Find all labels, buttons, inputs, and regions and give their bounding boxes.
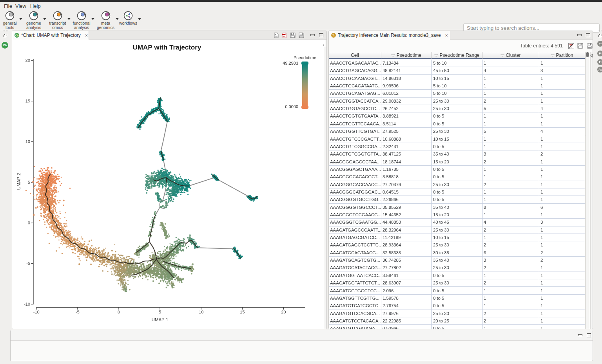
- table-cell[interactable]: AAACGGGCACACGCT...: [329, 173, 381, 181]
- table-cell[interactable]: 1: [539, 196, 585, 203]
- table-cell[interactable]: 2: [482, 317, 539, 325]
- table-cell[interactable]: 2: [539, 257, 585, 264]
- table-cell[interactable]: 15 to 20: [432, 158, 482, 166]
- table-cell[interactable]: 40 to 45: [432, 219, 482, 226]
- table-cell[interactable]: 27.77802: [381, 264, 432, 272]
- table-cell[interactable]: 1: [482, 82, 539, 90]
- table-cell[interactable]: 1: [539, 90, 585, 97]
- restore-window-icon[interactable]: [598, 34, 602, 37]
- table-cell[interactable]: 8: [482, 204, 539, 211]
- table-minimize-button[interactable]: [577, 34, 582, 36]
- table-cell[interactable]: 1: [539, 120, 585, 128]
- table-cell[interactable]: 1.59578: [381, 295, 432, 302]
- table-cell[interactable]: 1: [539, 188, 585, 196]
- table-cell[interactable]: 0 to 5: [432, 302, 482, 310]
- table-cell[interactable]: 25 to 30: [432, 98, 482, 105]
- table-cell[interactable]: 2.26866: [381, 196, 432, 203]
- table-cell[interactable]: 1: [482, 287, 539, 295]
- table-row[interactable]: AAACGGGAGCCCTAA...18.1874415 to 2021: [329, 158, 585, 166]
- table-cell[interactable]: 3: [539, 219, 585, 226]
- table-cell[interactable]: 1: [539, 60, 585, 67]
- table-cell[interactable]: AAAGATGCAGTAACG...: [329, 249, 381, 257]
- export-image-button[interactable]: [274, 33, 279, 38]
- table-cell[interactable]: 0 to 5: [432, 287, 482, 295]
- table-cell[interactable]: 1: [539, 158, 585, 166]
- table-cell[interactable]: 1: [539, 173, 585, 181]
- table-cell[interactable]: 1: [539, 143, 585, 150]
- table-cell[interactable]: 5 to 10: [432, 90, 482, 97]
- table-cell[interactable]: AAAGATGTCCTACAGA...: [329, 317, 381, 325]
- table-cell[interactable]: 36.74285: [381, 257, 432, 264]
- table-row[interactable]: AAACCTGTCGGCCGA...2.324310 to 511: [329, 143, 585, 150]
- table-cell[interactable]: 1: [539, 98, 585, 105]
- table-cell[interactable]: AAAGATGGTGGCTCC...: [329, 287, 381, 295]
- table-cell[interactable]: 0 to 5: [432, 325, 482, 329]
- table-cell[interactable]: 25 to 30: [432, 310, 482, 317]
- table-cell[interactable]: AAAGATGCATACTACG...: [329, 264, 381, 272]
- table-row[interactable]: AAAGATGAGCTCCTTC...28.9336425 to 3021: [329, 241, 585, 249]
- table-cell[interactable]: 0.64515: [381, 188, 432, 196]
- restore-window-icon[interactable]: [4, 34, 7, 37]
- table-cell[interactable]: 0 to 5: [432, 272, 482, 279]
- table-row[interactable]: AAAGATGCAGTCGTG...36.7428535 to 4032: [329, 257, 585, 264]
- table-cell[interactable]: 5: [482, 105, 539, 112]
- table-cell[interactable]: AAAGATGGTAATCACC...: [329, 272, 381, 279]
- table-cell[interactable]: 0 to 5: [432, 295, 482, 302]
- table-cell[interactable]: 28.63907: [381, 279, 432, 287]
- table-row[interactable]: AAAGATGCATACTACG...27.7780225 to 3021: [329, 264, 585, 272]
- table-cell[interactable]: 2.32431: [381, 143, 432, 150]
- table-cell[interactable]: 1: [539, 325, 585, 329]
- table-row[interactable]: AAAGATGCAGTAACG...32.5863330 to 3562: [329, 249, 585, 257]
- table-cell[interactable]: 10.60888: [381, 136, 432, 143]
- table-cell[interactable]: 2.096: [381, 287, 432, 295]
- table-cell[interactable]: AAACCTGTCGGTGTTA...: [329, 150, 381, 158]
- table-cell[interactable]: 25 to 30: [432, 279, 482, 287]
- table-cell[interactable]: 30 to 35: [432, 249, 482, 257]
- table-cell[interactable]: 2: [482, 98, 539, 105]
- table-row[interactable]: AAACGGGGTGGCCCT...35.8552935 to 4086: [329, 204, 585, 211]
- table-cell[interactable]: 1: [539, 272, 585, 279]
- save-button[interactable]: [290, 33, 296, 38]
- table-cell[interactable]: 25 to 30: [432, 105, 482, 112]
- table-cell[interactable]: AAAGATGAGCCCAATT...: [329, 226, 381, 234]
- table-cell[interactable]: 35 to 40: [432, 204, 482, 211]
- table-cell[interactable]: 3: [482, 150, 539, 158]
- table-cell[interactable]: 32.58633: [381, 249, 432, 257]
- table-cell[interactable]: AAAGATGAGCTCCTTC...: [329, 241, 381, 249]
- table-cell[interactable]: 0 to 5: [432, 173, 482, 181]
- table-cell[interactable]: 25 to 30: [432, 128, 482, 135]
- table-row[interactable]: AAACCTGGTTCGTGAT...27.952525 to 3054: [329, 128, 585, 135]
- tool-dropdown-arrow-icon[interactable]: [138, 18, 141, 20]
- table-cell[interactable]: AAACCTGCAGATGAG...: [329, 90, 381, 97]
- table-cell[interactable]: 1: [539, 112, 585, 120]
- menu-file[interactable]: File: [4, 3, 12, 9]
- table-cell[interactable]: AAACCTGTCGGCCGA...: [329, 143, 381, 150]
- table-cell[interactable]: 2: [482, 264, 539, 272]
- table-maximize-button[interactable]: [586, 33, 590, 37]
- table-cell[interactable]: AAACGGGCATGGGAC...: [329, 188, 381, 196]
- table-cell[interactable]: 4: [539, 128, 585, 135]
- column-header-pseudotime-range[interactable]: Pseudotime Range: [432, 52, 482, 59]
- table-cell[interactable]: 1: [539, 241, 585, 249]
- table-cell[interactable]: 18.18744: [381, 158, 432, 166]
- table-cell[interactable]: 1: [539, 181, 585, 188]
- chart-tab[interactable]: Ch *Chart: UMAP with Trajectory ×: [12, 31, 89, 40]
- bottom-minimize-button[interactable]: [578, 334, 582, 336]
- table-row[interactable]: AAACGGGAGCTGAAA...1.167850 to 511: [329, 166, 585, 173]
- dock-badge-fi-2[interactable]: Fi: [597, 59, 602, 65]
- table-cell[interactable]: 27.70379: [381, 181, 432, 188]
- table-cell[interactable]: 2: [482, 158, 539, 166]
- table-cell[interactable]: 1: [539, 136, 585, 143]
- table-cell[interactable]: 1: [539, 310, 585, 317]
- table-cell[interactable]: AAACGGGGTGGCCCT...: [329, 204, 381, 211]
- column-header-pseudotime[interactable]: Pseudotime: [381, 52, 432, 59]
- table-cell[interactable]: 1: [482, 188, 539, 196]
- table-cell[interactable]: 2: [539, 150, 585, 158]
- table-row[interactable]: AAACGGGTCCGAACG...15.4465215 to 2011: [329, 211, 585, 219]
- table-cell[interactable]: AAAGATGGTTCGTTG...: [329, 295, 381, 302]
- dock-badge-fi-1[interactable]: Fi: [597, 51, 602, 56]
- table-cell[interactable]: 25 to 30: [432, 264, 482, 272]
- table-cell[interactable]: 22.22985: [381, 317, 432, 325]
- chart-maximize-button[interactable]: [319, 33, 323, 37]
- tool-icon-general-tools[interactable]: [5, 11, 15, 20]
